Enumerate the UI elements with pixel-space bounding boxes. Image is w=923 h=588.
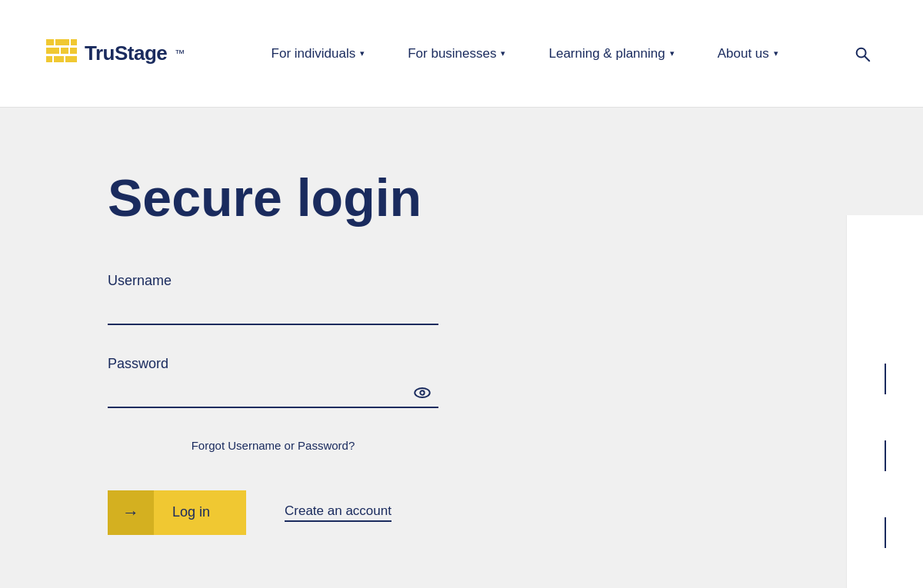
chevron-down-icon-about: ▾ (774, 48, 778, 58)
chevron-down-icon-learning: ▾ (670, 48, 675, 58)
main-content: Secure login Username Password (0, 108, 923, 588)
username-input[interactable] (108, 295, 438, 325)
nav-item-about[interactable]: About us ▾ (696, 38, 800, 69)
logo-text: TruStage (85, 42, 167, 65)
nav-item-businesses[interactable]: For businesses ▾ (386, 38, 527, 69)
password-input[interactable] (108, 378, 438, 408)
eye-icon (412, 383, 432, 403)
password-wrapper (108, 378, 438, 408)
login-button-label: Log in (154, 504, 228, 520)
logo-link[interactable]: TruStage ™ (46, 39, 185, 68)
create-account-link[interactable]: Create an account (285, 503, 392, 522)
actions-row: → Log in Create an account (108, 490, 554, 535)
logo-trademark: ™ (175, 48, 185, 59)
svg-point-2 (415, 388, 430, 397)
username-label: Username (108, 273, 554, 289)
svg-line-1 (865, 56, 869, 61)
forgot-credentials-link[interactable]: Forgot Username or Password? (108, 439, 438, 452)
main-nav: For individuals ▾ For businesses ▾ Learn… (250, 38, 800, 69)
site-header: TruStage ™ For individuals ▾ For busines… (0, 0, 923, 108)
search-button[interactable] (848, 39, 877, 68)
right-panel (846, 215, 923, 588)
page-title: Secure login (108, 169, 554, 227)
password-label: Password (108, 356, 554, 372)
nav-label-individuals: For individuals (272, 46, 356, 61)
panel-line-3 (885, 517, 886, 548)
panel-line-2 (885, 440, 886, 471)
nav-label-learning: Learning & planning (548, 46, 665, 61)
search-icon (854, 45, 871, 62)
login-button[interactable]: → Log in (108, 490, 246, 535)
username-field-group: Username (108, 273, 554, 325)
toggle-password-button[interactable] (409, 380, 435, 406)
nav-item-individuals[interactable]: For individuals ▾ (250, 38, 387, 69)
nav-label-about: About us (718, 46, 769, 61)
panel-line-1 (885, 364, 886, 394)
svg-point-3 (420, 391, 424, 395)
login-form-area: Secure login Username Password (108, 169, 554, 535)
nav-label-businesses: For businesses (408, 46, 496, 61)
chevron-down-icon-businesses: ▾ (501, 48, 505, 58)
nav-item-learning[interactable]: Learning & planning ▾ (527, 38, 695, 69)
logo-icon (46, 39, 77, 68)
password-field-group: Password (108, 356, 554, 408)
login-arrow-icon: → (108, 490, 154, 535)
chevron-down-icon-individuals: ▾ (360, 48, 365, 58)
